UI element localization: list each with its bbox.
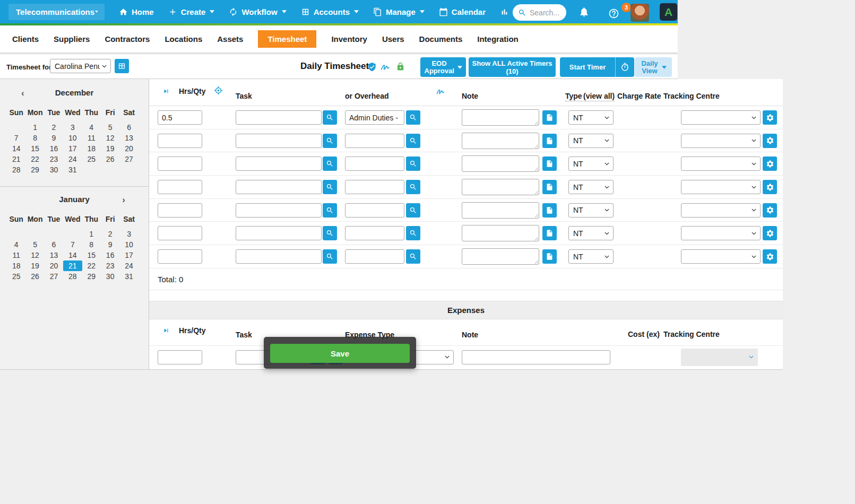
note-textarea[interactable] — [462, 179, 539, 195]
task-input[interactable] — [236, 110, 322, 125]
type-select[interactable]: NT — [568, 249, 614, 264]
calendar-day[interactable]: 16 — [45, 143, 63, 154]
overhead-search-button[interactable] — [406, 226, 420, 240]
tab-documents[interactable]: Documents — [419, 34, 463, 44]
calendar-day[interactable]: 18 — [7, 260, 25, 271]
calendar-day[interactable]: 14 — [7, 143, 25, 154]
overhead-input[interactable] — [345, 203, 404, 218]
nav-item-workflow[interactable]: Workflow — [229, 7, 286, 16]
tab-inventory[interactable]: Inventory — [331, 34, 367, 44]
type-select[interactable]: NT — [568, 110, 614, 125]
task-input[interactable] — [236, 134, 322, 148]
calendar-day[interactable]: 6 — [119, 122, 138, 133]
calendar-day[interactable]: 20 — [45, 260, 63, 271]
tracking-centre-select[interactable] — [681, 226, 761, 240]
calendar-day[interactable]: 21 — [7, 154, 25, 164]
row-settings-button[interactable] — [763, 180, 777, 194]
calendar-day[interactable]: 27 — [119, 154, 138, 164]
calendar-day[interactable]: 23 — [45, 154, 63, 164]
tab-suppliers[interactable]: Suppliers — [54, 34, 90, 44]
calendar-prev-button[interactable]: ‹ — [21, 88, 24, 99]
nav-item-calendar[interactable]: Calendar — [439, 7, 486, 16]
hours-qty-input[interactable] — [158, 134, 202, 148]
calendar-day[interactable]: 26 — [25, 271, 44, 282]
task-input[interactable] — [236, 157, 322, 171]
calendar-day[interactable]: 11 — [7, 250, 25, 260]
calendar-day[interactable]: 9 — [101, 239, 119, 250]
hours-qty-input[interactable] — [158, 249, 202, 264]
calendar-day[interactable]: 7 — [7, 133, 25, 143]
calendar-day[interactable]: 16 — [101, 250, 119, 260]
calendar-day[interactable]: 20 — [119, 143, 138, 154]
nav-item-home[interactable]: Home — [119, 7, 154, 16]
overhead-search-button[interactable] — [406, 110, 420, 125]
task-input[interactable] — [236, 203, 322, 218]
calendar-day[interactable]: 15 — [25, 143, 44, 154]
calendar-day[interactable]: 29 — [25, 164, 44, 175]
type-select[interactable]: NT — [568, 134, 614, 148]
daily-view-button[interactable]: Daily View — [635, 57, 672, 77]
note-template-button[interactable] — [542, 157, 557, 171]
signature-icon[interactable] — [436, 86, 446, 97]
task-search-button[interactable] — [323, 180, 337, 194]
calendar-day[interactable]: 3 — [119, 229, 138, 239]
note-template-button[interactable] — [542, 180, 557, 194]
calendar-day[interactable]: 31 — [119, 271, 138, 282]
nav-item-create[interactable]: Create — [168, 7, 215, 16]
overhead-search-button[interactable] — [406, 249, 420, 264]
nav-item-accounts[interactable]: Accounts — [301, 7, 359, 16]
calendar-day[interactable]: 5 — [101, 122, 119, 133]
calendar-day[interactable]: 2 — [101, 229, 119, 239]
task-input[interactable] — [236, 226, 322, 240]
calendar-day[interactable]: 13 — [119, 133, 138, 143]
note-template-button[interactable] — [542, 226, 557, 240]
calendar-day[interactable]: 27 — [45, 271, 63, 282]
calendar-day[interactable]: 10 — [63, 133, 82, 143]
calendar-day[interactable]: 28 — [7, 164, 25, 175]
calendar-day[interactable]: 25 — [82, 154, 101, 164]
calendar-day[interactable]: 23 — [101, 260, 119, 271]
calendar-day[interactable]: 22 — [82, 260, 101, 271]
calendar-day[interactable]: 17 — [63, 143, 82, 154]
calendar-day[interactable]: 17 — [119, 250, 138, 260]
calendar-day[interactable]: 4 — [82, 122, 101, 133]
overhead-search-button[interactable] — [406, 203, 420, 218]
eod-approval-button[interactable]: EOD Approval — [420, 57, 466, 77]
tracking-centre-select[interactable] — [681, 180, 761, 194]
timesheet-user-select[interactable]: Carolina Penuela — [50, 59, 111, 73]
row-settings-button[interactable] — [763, 157, 777, 171]
calendar-day[interactable]: 12 — [101, 133, 119, 143]
overhead-input[interactable] — [345, 180, 404, 194]
overhead-input[interactable] — [345, 249, 404, 264]
calendar-day[interactable]: 19 — [101, 143, 119, 154]
calendar-day[interactable]: 5 — [25, 239, 44, 250]
tab-integration[interactable]: Integration — [477, 34, 519, 44]
hours-qty-input[interactable] — [158, 180, 202, 194]
expense-note-input[interactable] — [462, 350, 610, 364]
calendar-day[interactable]: 8 — [25, 133, 44, 143]
calendar-day[interactable]: 14 — [63, 250, 82, 260]
calendar-day[interactable]: 8 — [82, 239, 101, 250]
tracking-centre-select[interactable] — [681, 203, 761, 218]
calendar-day[interactable]: 11 — [82, 133, 101, 143]
calendar-day[interactable]: 9 — [45, 133, 63, 143]
overhead-input[interactable] — [345, 157, 404, 171]
note-template-button[interactable] — [542, 110, 557, 125]
expense-hours-qty-input[interactable] — [158, 350, 202, 364]
overhead-input[interactable] — [345, 226, 404, 240]
note-template-button[interactable] — [542, 249, 557, 264]
calendar-day[interactable]: 24 — [119, 260, 138, 271]
calendar-day[interactable]: 19 — [25, 260, 44, 271]
calendar-day[interactable]: 6 — [45, 239, 63, 250]
calendar-day[interactable]: 4 — [7, 239, 25, 250]
tab-locations[interactable]: Locations — [165, 34, 202, 44]
calendar-day[interactable]: 3 — [63, 122, 82, 133]
calendar-day[interactable]: 29 — [82, 271, 101, 282]
calendar-day[interactable]: 25 — [7, 271, 25, 282]
type-select[interactable]: NT — [568, 226, 614, 240]
calendar-day[interactable]: 18 — [82, 143, 101, 154]
note-template-button[interactable] — [542, 203, 557, 218]
row-settings-button[interactable] — [763, 110, 777, 125]
calendar-day[interactable]: 1 — [82, 229, 101, 239]
show-active-timers-button[interactable]: Show ALL Active Timers (10) — [469, 57, 556, 77]
